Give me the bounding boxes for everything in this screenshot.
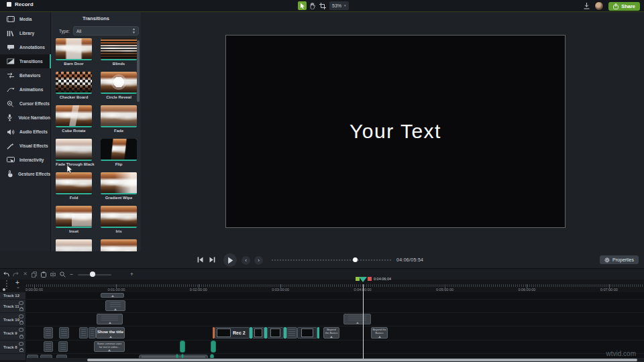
split-button[interactable] (49, 271, 56, 278)
video-canvas[interactable]: Your Text (225, 35, 566, 228)
cut-button[interactable]: ✕ (21, 271, 29, 278)
transition-clip[interactable] (317, 327, 319, 339)
clip[interactable] (44, 327, 53, 339)
annotation-clip[interactable] (101, 293, 124, 298)
transition-inset[interactable]: Inset (56, 206, 92, 239)
annotation-clip[interactable] (97, 314, 123, 324)
clip[interactable] (44, 341, 53, 352)
annotation-clip[interactable] (105, 300, 125, 311)
track-header-track-8[interactable]: Track 8 (0, 341, 26, 354)
transition-iris[interactable]: Iris (101, 206, 137, 239)
sidebar-item-interactivity[interactable]: Interactivity (0, 153, 50, 167)
download-button[interactable] (584, 3, 590, 9)
transition-cube-rotate[interactable]: Cube Rotate (56, 105, 92, 139)
playhead-handle[interactable] (359, 277, 367, 282)
transition-thumbnail (56, 72, 92, 94)
clip[interactable] (79, 327, 88, 339)
transition-partial[interactable] (56, 239, 92, 251)
sidebar-item-visual-effects[interactable]: Visual Effects (0, 139, 50, 153)
avatar[interactable] (594, 1, 604, 11)
next-clip-button[interactable]: › (254, 256, 263, 265)
video-clip[interactable] (297, 327, 317, 339)
copy-button[interactable] (30, 271, 38, 278)
transition-barn-door[interactable]: Barn Door (56, 38, 92, 72)
next-frame-button[interactable] (209, 257, 215, 263)
timeline-zoom-button[interactable] (59, 271, 66, 278)
crop-tool-button[interactable] (318, 1, 327, 10)
audio-clip[interactable] (211, 341, 216, 353)
audio-clip[interactable] (180, 341, 185, 353)
lock-icon[interactable] (19, 321, 23, 324)
track-header-track-11[interactable]: Track 11 (0, 300, 26, 313)
eye-icon[interactable] (19, 328, 23, 332)
timeline-hscroll[interactable] (87, 359, 637, 361)
scrubber-handle[interactable] (353, 257, 358, 262)
paste-button[interactable] (40, 271, 47, 278)
video-clip[interactable]: Rec 2 (215, 327, 250, 339)
track-header-track-10[interactable]: Track 10 (0, 313, 26, 326)
sidebar-item-media[interactable]: Media (0, 12, 50, 26)
sidebar-item-animations[interactable]: Animations (0, 82, 50, 97)
transition-partial[interactable] (101, 239, 137, 251)
lock-icon[interactable] (19, 335, 23, 339)
transition-gradient-wipe[interactable]: Gradient Wipe (101, 172, 137, 206)
eye-icon[interactable] (19, 314, 23, 318)
eye-icon[interactable] (19, 342, 23, 346)
playhead-out-handle[interactable] (368, 277, 372, 281)
transition-circle-reveal[interactable]: Circle Reveal (101, 72, 137, 105)
sidebar-item-annotations[interactable]: Annotations (0, 40, 50, 54)
transition-checker-board[interactable]: Checker Board (56, 72, 92, 105)
playhead-line[interactable] (363, 284, 364, 359)
sidebar-item-voice-narration[interactable]: Voice Narration (0, 111, 50, 125)
clip[interactable] (286, 327, 297, 339)
properties-button[interactable]: Properties (600, 255, 639, 264)
sidebar-item-transitions[interactable]: Transitions (0, 54, 50, 68)
canvas-zoom-select[interactable]: 53% ▾ (329, 1, 349, 10)
zoom-out-button[interactable]: − (68, 271, 75, 278)
sidebar-item-cursor-effects[interactable]: Cursor Effects (0, 97, 50, 111)
lock-icon[interactable] (19, 308, 23, 311)
previous-clip-button[interactable]: ‹ (241, 256, 250, 265)
track-header-row5[interactable] (0, 354, 26, 361)
transition-fold[interactable]: Fold (56, 172, 92, 206)
track-header-track-9[interactable]: Track 9 (0, 326, 26, 341)
clip[interactable] (59, 327, 69, 339)
transition-blinds[interactable]: Blinds (101, 38, 137, 72)
sidebar-item-behaviors[interactable]: Behaviors (0, 68, 50, 82)
sidebar-item-library[interactable]: Library (0, 26, 50, 40)
clip[interactable] (58, 341, 68, 352)
sidebar-item-gesture-effects[interactable]: Gesture Effects (0, 167, 50, 181)
transition-fade-through-black[interactable]: Fade Through Black (56, 139, 92, 172)
timeline-zoom-handle[interactable] (90, 272, 95, 277)
panel-scrollbar[interactable] (137, 40, 140, 102)
annotation-clip[interactable]: Beyond the Basics (371, 327, 388, 339)
playback-scrubber[interactable] (272, 259, 392, 261)
play-button[interactable] (223, 253, 237, 267)
track-header-track-12[interactable]: Track 12 (0, 292, 26, 300)
annotation-clip[interactable]: Show the title (96, 327, 125, 339)
cursor-tool-button[interactable] (298, 1, 307, 10)
collapse-tracks-button[interactable]: ⌄ (16, 284, 20, 290)
clip[interactable] (89, 327, 96, 339)
lock-icon[interactable] (19, 349, 23, 352)
transition-fade[interactable]: Fade (101, 105, 137, 139)
annotation-clip[interactable]: Some common uses for text in video... (94, 341, 125, 352)
undo-button[interactable] (3, 271, 10, 278)
zoom-in-button[interactable]: + (128, 271, 136, 278)
ghost-annotation-clip[interactable] (343, 314, 371, 324)
eye-icon[interactable] (19, 301, 23, 305)
redo-button[interactable] (12, 271, 19, 278)
pan-tool-button[interactable] (308, 1, 317, 10)
video-clip[interactable] (252, 327, 264, 339)
sidebar-item-label: Voice Narration (18, 115, 50, 120)
sidebar-item-audio-effects[interactable]: Audio Effects (0, 125, 50, 139)
track-height-handle[interactable] (3, 288, 5, 291)
annotation-clip[interactable]: Beyond the Basics (323, 327, 339, 339)
type-select[interactable]: All (73, 26, 139, 36)
video-clip[interactable] (267, 327, 284, 339)
previous-frame-button[interactable] (197, 257, 203, 263)
record-button[interactable]: Record (7, 1, 34, 7)
track-height-slider[interactable] (6, 280, 7, 289)
transition-flip[interactable]: Flip (101, 139, 137, 172)
share-button[interactable]: Share (608, 2, 640, 11)
